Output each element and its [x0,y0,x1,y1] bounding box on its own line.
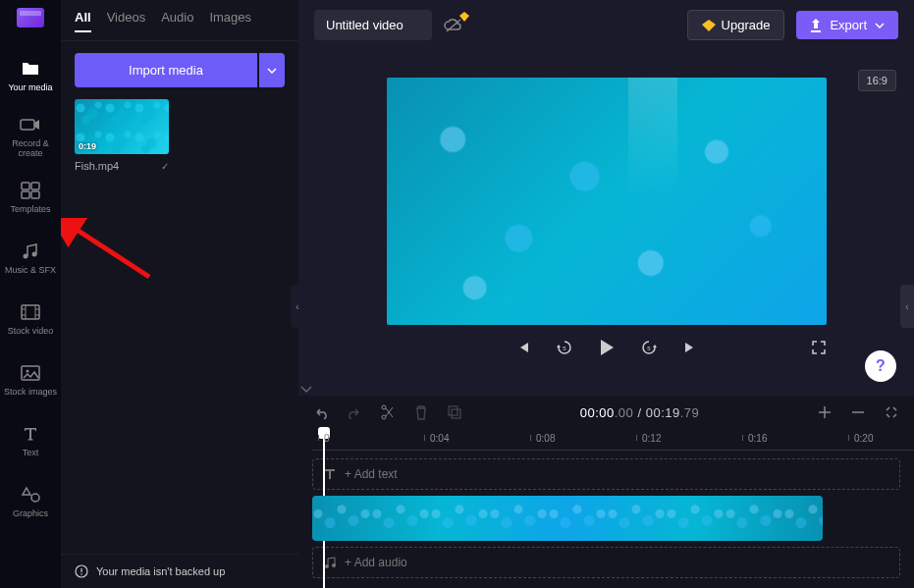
video-track-clip[interactable] [312,496,823,541]
zoom-fit-button[interactable] [883,403,900,421]
sidebar-item-your-media[interactable]: Your media [0,45,61,106]
export-label: Export [830,18,867,32]
collapse-preview-button[interactable] [298,384,914,396]
cloud-sync-icon[interactable] [444,18,463,33]
sidebar-item-text[interactable]: Text [0,410,61,471]
zoom-in-button[interactable] [816,403,833,421]
warning-icon [75,564,88,578]
svg-point-31 [325,564,329,568]
redo-button[interactable] [346,403,363,421]
undo-button[interactable] [312,403,330,421]
svg-rect-3 [22,191,29,198]
music-icon [20,241,41,262]
media-tabs: All Videos Audio Images [61,0,298,41]
svg-point-32 [332,563,336,567]
sidebar-item-label: Record & create [0,139,61,159]
tab-images[interactable]: Images [209,10,251,32]
sidebar-item-graphics[interactable]: Graphics [0,471,61,532]
delete-button[interactable] [412,403,430,421]
aspect-ratio-button[interactable]: 16:9 [858,70,896,91]
help-button[interactable]: ? [865,350,896,382]
svg-point-16 [31,494,39,502]
sidebar: Your media Record & create Templates Mus… [0,0,61,588]
fullscreen-button[interactable] [811,340,827,355]
sidebar-item-templates[interactable]: Templates [0,167,61,228]
skip-end-button[interactable] [683,341,697,354]
text-icon [20,423,41,445]
text-track[interactable]: + Add text [312,458,900,490]
sidebar-item-label: Stock video [8,327,54,337]
duplicate-button[interactable] [446,403,463,421]
svg-point-24 [382,405,386,409]
sidebar-item-label: Text [23,449,39,458]
media-duration: 0:19 [79,141,96,151]
svg-rect-0 [21,120,34,130]
svg-point-5 [24,254,28,259]
rewind-5-button[interactable]: 5 [556,339,573,356]
video-preview[interactable] [387,78,827,325]
svg-rect-2 [31,183,39,189]
media-panel: All Videos Audio Images Import media 0:1… [61,0,298,588]
forward-5-button[interactable]: 5 [640,339,658,356]
timeline-ruler[interactable]: 00:040:080:120:160:20 [312,429,914,451]
svg-text:5: 5 [563,346,566,351]
export-button[interactable]: Export [796,11,898,39]
media-item[interactable]: 0:19 Fish.mp4 ✓ [75,99,169,172]
import-dropdown-button[interactable] [259,53,285,87]
sidebar-item-label: Graphics [13,509,48,519]
import-media-button[interactable]: Import media [75,53,257,87]
svg-rect-26 [449,406,457,415]
media-thumbnail: 0:19 [75,99,169,154]
add-audio-label: + Add audio [345,556,407,569]
sidebar-item-label: Templates [10,205,50,215]
tab-videos[interactable]: Videos [107,10,146,32]
ruler-mark: 0 [324,433,330,444]
svg-rect-21 [811,30,821,32]
diamond-badge-icon [459,12,469,22]
sidebar-item-music-sfx[interactable]: Music & SFX [0,228,61,289]
tab-all[interactable]: All [75,10,91,32]
timeline-toolbar: 00:00.00 / 00:19.79 [298,396,914,429]
shapes-icon [20,484,41,506]
backup-message: Your media isn't backed up [96,565,225,577]
timeline: 00:00.00 / 00:19.79 00:040:080:120:160: [298,396,914,588]
skip-start-button[interactable] [516,341,530,354]
text-icon [323,467,337,481]
ruler-mark: 0:20 [854,433,873,444]
ruler-mark: 0:12 [642,433,661,444]
chevron-down-icon [267,68,277,74]
camera-icon [20,114,41,135]
backup-warning-bar[interactable]: Your media isn't backed up [61,554,298,588]
preview-area: 16:9 5 5 [298,50,914,384]
zoom-out-button[interactable] [849,403,867,421]
sidebar-item-stock-video[interactable]: Stock video [0,289,61,349]
image-icon [20,362,41,384]
diamond-icon [702,20,716,31]
main-area: Upgrade Export 16:9 5 [298,0,914,588]
svg-point-19 [81,573,82,575]
sidebar-item-stock-images[interactable]: Stock images [0,349,61,410]
film-icon [20,301,41,323]
upgrade-button[interactable]: Upgrade [687,10,785,40]
svg-rect-4 [31,191,39,198]
sidebar-item-record-create[interactable]: Record & create [0,106,61,167]
expand-right-panel-button[interactable]: ‹ [900,285,914,328]
media-grid: 0:19 Fish.mp4 ✓ [61,99,298,554]
audio-track[interactable]: + Add audio [312,547,900,578]
player-controls: 5 5 [387,339,827,356]
svg-point-25 [382,415,386,419]
split-button[interactable] [379,403,397,421]
sidebar-item-label: Stock images [4,388,57,398]
collapse-media-panel-button[interactable]: ‹ [291,285,304,328]
ruler-mark: 0:04 [430,433,449,444]
video-title-input[interactable] [314,10,432,40]
templates-icon [20,180,41,201]
sidebar-item-label: Music & SFX [5,266,56,276]
timeline-tracks: + Add text + Add audio [298,451,914,578]
timeline-timecode: 00:00.00 / 00:19.79 [580,405,700,420]
check-icon: ✓ [161,161,169,172]
tab-audio[interactable]: Audio [161,10,193,32]
app-logo[interactable] [17,8,44,27]
play-button[interactable] [599,339,615,356]
ruler-mark: 0:16 [748,433,767,444]
